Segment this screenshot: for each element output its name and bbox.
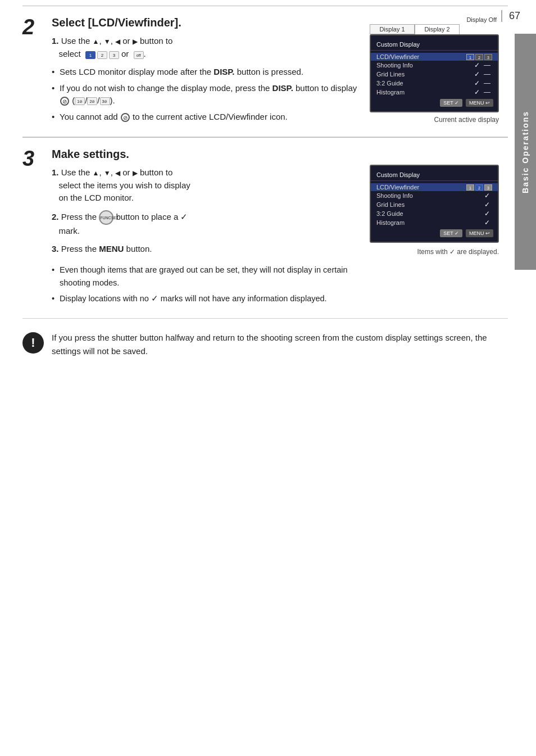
screen-2-row-4-check2: — [482,88,492,96]
screen-2-top: Display Off Display 1 Display 2 Custom D… [370,16,499,124]
lcd-icon-off: off [134,51,144,59]
step-3-number: 3 [22,148,52,308]
section-2-instruction-1: 1. Use the ▲, ▼, ◀ or ▶ button to select… [52,35,358,60]
bullet-2-2: If you do not wish to change the display… [52,82,358,107]
screen-3-row-0: LCD/Viewfinder 1 2 3 [371,183,498,191]
note-text: If you press the shutter button halfway … [52,331,508,358]
screen-2-row-1-label: Shooting Info [376,62,472,69]
screen-3-row-3-check: ✓ [482,210,492,218]
extra-bullet-2: Display locations with no ✓ marks will n… [52,292,358,305]
screen-3-row-4: Histogram ✓ [371,218,498,227]
button-to-text: button to [140,36,172,46]
screen-3-row-1-check: ✓ [482,192,492,200]
screen-2-row-0: LCD/Viewfinder 1 2 3 [371,53,498,61]
screen-2-caption: Current active display [370,116,499,124]
instr-3-num-1: 1. [52,168,59,177]
or-text-3: or [122,168,130,177]
screen-3-row-1: Shooting Info ✓ [371,191,498,200]
screen-3-row-0-label: LCD/Viewfinder [376,184,466,191]
button-to-3: button to [140,168,172,177]
arrow-3-right: ▶ [133,168,138,178]
screen-2-row-2-label: Grid Lines [376,71,472,78]
display-tab-spacer [460,24,499,34]
section-3-extra-bullets: Even though items that are grayed out ca… [52,264,358,306]
section-3: 3 Make settings. 1. Use the ▲, ▼, ◀ or ▶… [22,137,508,319]
func-set-btn-icon: FUNCSET [99,210,113,225]
or-text-1: or [122,36,130,46]
screen-3-row-4-label: Histogram [376,219,482,226]
lcd-icon-2: 2 [97,51,107,59]
screen-mockup-3: Custom Display LCD/Viewfinder 1 2 3 Shoo… [370,165,499,243]
lcd-icon-group-off: off [134,51,144,59]
section-2-title: Select [LCD/Viewfinder]. [52,16,358,29]
section-3-instruction-3: 3. Press the MENU button. [52,243,358,256]
screen-2-row-1-check2: — [482,61,492,69]
screen-2-row-1: Shooting Info ✓ — [371,61,498,70]
screen-mockup-2: Custom Display LCD/Viewfinder 1 2 3 Shoo… [370,34,499,112]
screen-2-row-4-check: ✓ [472,88,482,96]
screen-3-row-1-label: Shooting Info [376,192,482,199]
display-tab-2[interactable]: Display 2 [415,24,460,34]
screen-2-footer: SET ✓ MENU ↩ [371,97,498,107]
screen-3-row-3: 3:2 Guide ✓ [371,209,498,218]
lcd-icon-3: 3 [109,51,119,59]
display-tabs: Display 1 Display 2 [370,24,499,34]
screen-2-row-2: Grid Lines ✓ — [371,70,498,79]
instr-3-num-2: 2. [52,211,59,221]
arrow-down-icon: ▼ [104,37,111,47]
screen-3-set-btn: SET ✓ [440,229,462,237]
lcd-icon-b1: 1⊘ [75,97,85,105]
no-icon-2: ⊘ [121,113,130,122]
step-2-number: 2 [22,16,52,126]
lcd-s3-icon-2: 2 [475,184,483,191]
screen-3-row-2-check: ✓ [482,201,492,209]
screen-2-set-btn: SET ✓ [440,99,462,107]
sidebar-label: Basic Operations [515,34,536,270]
disp-btn-1: DISP. [214,67,234,76]
section-2-bullets: Sets LCD monitor display mode after the … [52,66,358,123]
section-2-content: Select [LCD/Viewfinder]. 1. Use the ▲, ▼… [52,16,358,126]
screen-2-row-3: 3:2 Guide ✓ — [371,79,498,88]
section-3-instruction-1: 1. Use the ▲, ▼, ◀ or ▶ button to select… [52,166,358,205]
lcd-screen-icons: 1 2 3 [466,54,492,60]
note-icon: ! [22,332,44,354]
display-tab-1[interactable]: Display 1 [370,24,415,34]
screen-3-row-2: Grid Lines ✓ [371,200,498,209]
screen-3-caption: Items with ✓ are displayed. [370,248,499,256]
section-3-title: Make settings. [52,148,358,161]
screen-2-row-2-check: ✓ [472,70,482,78]
arrow-left-icon: ◀ [115,37,120,47]
section-2-screen-area: Display Off Display 1 Display 2 Custom D… [358,16,499,126]
section-3-instruction-2: 2. Press the FUNCSET button to place a ✓… [52,210,358,238]
arrow-3-up: ▲ [93,168,99,178]
section-3-content: Make settings. 1. Use the ▲, ▼, ◀ or ▶ b… [52,148,358,308]
arrow-right-icon: ▶ [133,37,138,47]
screen-2-row-1-check: ✓ [472,61,482,69]
lcd-icon-group-1: 1 2 3 [85,51,119,59]
instr-3-num-3: 3. [52,244,59,253]
screen-3-row-3-label: 3:2 Guide [376,210,482,217]
screen-2-row-3-check: ✓ [472,79,482,87]
screen-2-title: Custom Display [371,40,498,51]
screen-3-footer: SET ✓ MENU ↩ [371,227,498,237]
screen-2-row-3-label: 3:2 Guide [376,80,472,87]
screen-2-menu-btn: MENU ↩ [466,99,493,107]
screen-2-row-4: Histogram ✓ — [371,88,498,97]
menu-bold-label: MENU [99,244,124,253]
arrow-up-icon: ▲ [93,37,99,47]
page-number: 67 [501,10,520,22]
lcd-s3-icon-1: 1 [466,184,474,191]
screen-3-row-4-check: ✓ [482,219,492,227]
section-3-screen-area: Custom Display LCD/Viewfinder 1 2 3 Shoo… [358,148,499,308]
screen-2-row-4-label: Histogram [376,89,472,96]
screen-2-row-2-check2: — [482,70,492,78]
arrow-3-left: ◀ [115,168,120,178]
lcd-s-icon-1: 1 [466,54,474,60]
instr-num: 1. [52,36,59,46]
lcd-s-icon-2: 2 [475,54,483,60]
extra-bullet-1: Even though items that are grayed out ca… [52,264,358,289]
bullet-2-3: You cannot add ⊘ to the current active L… [52,111,358,124]
lcd-s3-icon-3: 3 [484,184,492,191]
lcd-s-icon-3: 3 [484,54,492,60]
note-box: ! If you press the shutter button halfwa… [22,319,508,364]
